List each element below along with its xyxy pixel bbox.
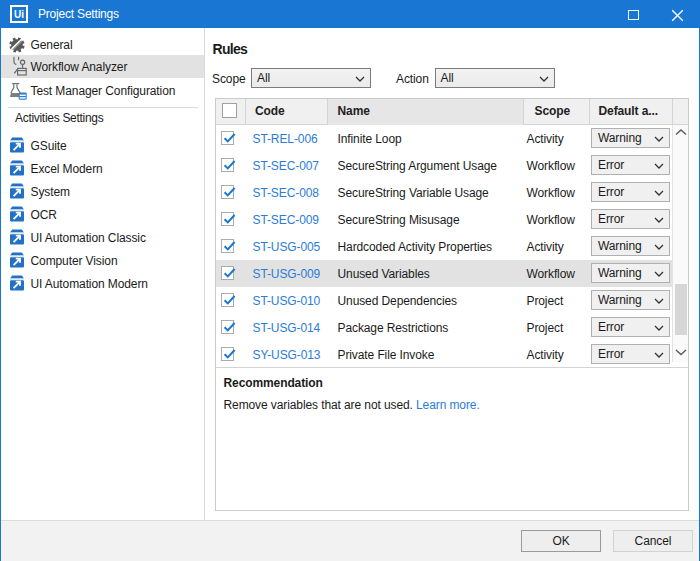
svg-text:Ui: Ui (14, 9, 24, 20)
